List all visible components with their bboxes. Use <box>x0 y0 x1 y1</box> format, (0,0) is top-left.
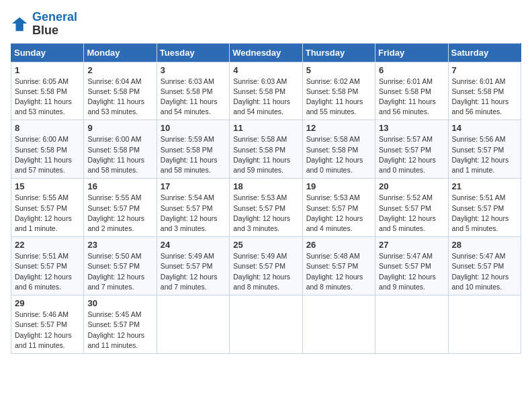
calendar-cell: 15Sunrise: 5:55 AMSunset: 5:57 PMDayligh… <box>11 179 84 237</box>
calendar-cell: 22Sunrise: 5:51 AMSunset: 5:57 PMDayligh… <box>11 237 84 295</box>
day-info: Sunrise: 6:01 AMSunset: 5:58 PMDaylight:… <box>379 77 444 118</box>
day-number: 5 <box>306 65 371 75</box>
day-number: 15 <box>15 181 80 191</box>
day-info: Sunrise: 5:55 AMSunset: 5:57 PMDaylight:… <box>15 193 80 234</box>
day-info: Sunrise: 5:49 AMSunset: 5:57 PMDaylight:… <box>233 251 298 292</box>
day-info: Sunrise: 5:55 AMSunset: 5:57 PMDaylight:… <box>87 193 152 234</box>
svg-marker-0 <box>12 17 27 32</box>
calendar-cell <box>230 295 302 354</box>
day-info: Sunrise: 6:02 AMSunset: 5:58 PMDaylight:… <box>306 77 371 118</box>
calendar-cell: 23Sunrise: 5:50 AMSunset: 5:57 PMDayligh… <box>84 237 157 295</box>
calendar-cell: 8Sunrise: 6:00 AMSunset: 5:58 PMDaylight… <box>11 120 84 179</box>
col-header-friday: Friday <box>375 43 448 62</box>
calendar-cell: 27Sunrise: 5:47 AMSunset: 5:57 PMDayligh… <box>375 237 448 295</box>
calendar-cell: 5Sunrise: 6:02 AMSunset: 5:58 PMDaylight… <box>302 62 375 120</box>
day-number: 3 <box>161 65 226 75</box>
day-info: Sunrise: 5:54 AMSunset: 5:57 PMDaylight:… <box>161 193 226 234</box>
day-info: Sunrise: 5:53 AMSunset: 5:57 PMDaylight:… <box>306 193 371 234</box>
calendar-cell <box>448 295 521 354</box>
day-info: Sunrise: 6:01 AMSunset: 5:58 PMDaylight:… <box>452 77 517 118</box>
day-number: 26 <box>306 240 371 250</box>
day-info: Sunrise: 5:58 AMSunset: 5:58 PMDaylight:… <box>233 134 298 175</box>
day-info: Sunrise: 5:51 AMSunset: 5:57 PMDaylight:… <box>15 251 80 292</box>
col-header-sunday: Sunday <box>11 43 84 62</box>
calendar-cell: 25Sunrise: 5:49 AMSunset: 5:57 PMDayligh… <box>230 237 302 295</box>
calendar-cell: 12Sunrise: 5:58 AMSunset: 5:58 PMDayligh… <box>302 120 375 179</box>
day-number: 17 <box>161 181 226 191</box>
day-info: Sunrise: 6:00 AMSunset: 5:58 PMDaylight:… <box>87 134 152 175</box>
week-row-1: 8Sunrise: 6:00 AMSunset: 5:58 PMDaylight… <box>11 120 521 179</box>
logo-icon <box>11 15 30 34</box>
calendar-cell: 30Sunrise: 5:45 AMSunset: 5:57 PMDayligh… <box>84 295 157 354</box>
calendar-cell: 3Sunrise: 6:03 AMSunset: 5:58 PMDaylight… <box>157 62 229 120</box>
day-number: 1 <box>15 65 80 75</box>
week-row-4: 29Sunrise: 5:46 AMSunset: 5:57 PMDayligh… <box>11 295 521 354</box>
day-info: Sunrise: 6:00 AMSunset: 5:58 PMDaylight:… <box>15 134 80 175</box>
day-info: Sunrise: 6:04 AMSunset: 5:58 PMDaylight:… <box>87 77 152 118</box>
day-info: Sunrise: 5:53 AMSunset: 5:57 PMDaylight:… <box>233 193 298 234</box>
week-row-2: 15Sunrise: 5:55 AMSunset: 5:57 PMDayligh… <box>11 179 521 237</box>
day-info: Sunrise: 5:52 AMSunset: 5:57 PMDaylight:… <box>379 193 444 234</box>
page-header: GeneralBlue <box>11 11 521 38</box>
day-number: 7 <box>452 65 517 75</box>
col-header-tuesday: Tuesday <box>157 43 229 62</box>
day-number: 22 <box>15 240 80 250</box>
day-number: 11 <box>233 123 298 133</box>
calendar-cell: 16Sunrise: 5:55 AMSunset: 5:57 PMDayligh… <box>84 179 157 237</box>
day-info: Sunrise: 5:47 AMSunset: 5:57 PMDaylight:… <box>379 251 444 292</box>
day-number: 27 <box>379 240 444 250</box>
day-info: Sunrise: 5:57 AMSunset: 5:57 PMDaylight:… <box>379 134 444 175</box>
calendar-cell: 6Sunrise: 6:01 AMSunset: 5:58 PMDaylight… <box>375 62 448 120</box>
day-number: 9 <box>87 123 152 133</box>
calendar-cell <box>302 295 375 354</box>
week-row-0: 1Sunrise: 6:05 AMSunset: 5:58 PMDaylight… <box>11 62 521 120</box>
day-number: 6 <box>379 65 444 75</box>
calendar-cell <box>375 295 448 354</box>
calendar-cell: 2Sunrise: 6:04 AMSunset: 5:58 PMDaylight… <box>84 62 157 120</box>
calendar-cell: 18Sunrise: 5:53 AMSunset: 5:57 PMDayligh… <box>230 179 302 237</box>
calendar-cell: 13Sunrise: 5:57 AMSunset: 5:57 PMDayligh… <box>375 120 448 179</box>
day-info: Sunrise: 5:47 AMSunset: 5:57 PMDaylight:… <box>452 251 517 292</box>
day-number: 23 <box>87 240 152 250</box>
calendar-header-row: SundayMondayTuesdayWednesdayThursdayFrid… <box>11 43 521 62</box>
calendar-body: 1Sunrise: 6:05 AMSunset: 5:58 PMDaylight… <box>11 62 521 353</box>
calendar-cell: 29Sunrise: 5:46 AMSunset: 5:57 PMDayligh… <box>11 295 84 354</box>
day-info: Sunrise: 5:58 AMSunset: 5:58 PMDaylight:… <box>306 134 371 175</box>
calendar-table: SundayMondayTuesdayWednesdayThursdayFrid… <box>11 43 521 354</box>
day-info: Sunrise: 5:50 AMSunset: 5:57 PMDaylight:… <box>87 251 152 292</box>
day-info: Sunrise: 5:48 AMSunset: 5:57 PMDaylight:… <box>306 251 371 292</box>
day-number: 4 <box>233 65 298 75</box>
calendar-cell: 17Sunrise: 5:54 AMSunset: 5:57 PMDayligh… <box>157 179 229 237</box>
day-info: Sunrise: 5:49 AMSunset: 5:57 PMDaylight:… <box>161 251 226 292</box>
day-number: 29 <box>15 298 80 308</box>
calendar-cell: 14Sunrise: 5:56 AMSunset: 5:57 PMDayligh… <box>448 120 521 179</box>
day-number: 14 <box>452 123 517 133</box>
col-header-wednesday: Wednesday <box>230 43 302 62</box>
calendar-cell: 7Sunrise: 6:01 AMSunset: 5:58 PMDaylight… <box>448 62 521 120</box>
day-number: 21 <box>452 181 517 191</box>
calendar-cell: 10Sunrise: 5:59 AMSunset: 5:58 PMDayligh… <box>157 120 229 179</box>
day-info: Sunrise: 5:56 AMSunset: 5:57 PMDaylight:… <box>452 134 517 175</box>
day-number: 16 <box>87 181 152 191</box>
calendar-cell: 9Sunrise: 6:00 AMSunset: 5:58 PMDaylight… <box>84 120 157 179</box>
calendar-cell: 21Sunrise: 5:51 AMSunset: 5:57 PMDayligh… <box>448 179 521 237</box>
calendar-cell: 20Sunrise: 5:52 AMSunset: 5:57 PMDayligh… <box>375 179 448 237</box>
day-number: 25 <box>233 240 298 250</box>
day-number: 8 <box>15 123 80 133</box>
day-info: Sunrise: 6:03 AMSunset: 5:58 PMDaylight:… <box>161 77 226 118</box>
calendar-cell: 11Sunrise: 5:58 AMSunset: 5:58 PMDayligh… <box>230 120 302 179</box>
day-info: Sunrise: 6:05 AMSunset: 5:58 PMDaylight:… <box>15 77 80 118</box>
day-number: 13 <box>379 123 444 133</box>
calendar-cell: 4Sunrise: 6:03 AMSunset: 5:58 PMDaylight… <box>230 62 302 120</box>
day-number: 12 <box>306 123 371 133</box>
col-header-saturday: Saturday <box>448 43 521 62</box>
day-info: Sunrise: 5:51 AMSunset: 5:57 PMDaylight:… <box>452 193 517 234</box>
col-header-monday: Monday <box>84 43 157 62</box>
day-info: Sunrise: 5:45 AMSunset: 5:57 PMDaylight:… <box>87 310 152 351</box>
calendar-cell: 19Sunrise: 5:53 AMSunset: 5:57 PMDayligh… <box>302 179 375 237</box>
calendar-cell: 24Sunrise: 5:49 AMSunset: 5:57 PMDayligh… <box>157 237 229 295</box>
day-number: 10 <box>161 123 226 133</box>
calendar-cell: 1Sunrise: 6:05 AMSunset: 5:58 PMDaylight… <box>11 62 84 120</box>
day-number: 18 <box>233 181 298 191</box>
day-number: 30 <box>87 298 152 308</box>
